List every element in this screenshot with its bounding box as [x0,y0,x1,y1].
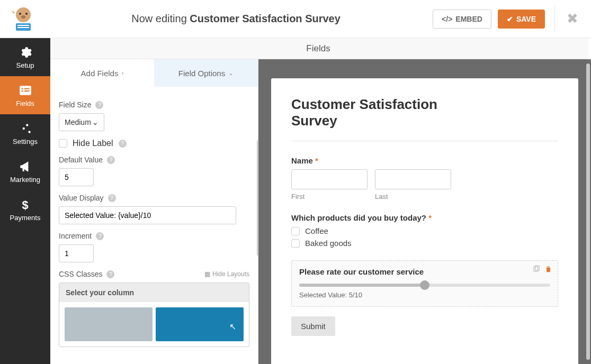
divider [291,141,558,141]
column-option-1[interactable] [65,307,153,341]
svg-point-13 [22,127,24,129]
svg-point-2 [25,13,28,15]
svg-rect-8 [21,88,23,89]
svg-point-0 [16,7,31,22]
sliders-icon [19,122,32,135]
help-icon[interactable]: ? [96,232,104,240]
duplicate-icon[interactable] [532,265,540,273]
form-icon [19,84,32,97]
side-nav: Setup Fields Settings Marketing $ Paymen… [0,38,50,364]
increment-label: Increment? [59,232,249,240]
product-coffee-checkbox[interactable] [291,227,300,235]
grid-icon: ▦ [204,270,210,278]
embed-button[interactable]: </> EMBED [433,10,491,29]
help-icon[interactable]: ? [106,270,114,278]
nav-marketing[interactable]: Marketing [0,152,50,190]
close-icon[interactable]: ✖ [565,11,580,27]
megaphone-icon [19,160,32,174]
product-baked-checkbox[interactable] [291,239,300,248]
divider [554,6,555,32]
svg-point-1 [19,13,21,15]
css-classes-label: CSS Classes? [59,270,114,278]
column-picker: Select your column [59,283,249,347]
svg-rect-10 [21,90,23,92]
help-icon[interactable]: ? [107,156,115,164]
trash-icon[interactable] [544,265,552,273]
chevron-down-icon: ⌄ [92,118,98,126]
gear-icon [19,46,32,59]
app-logo [7,4,39,33]
value-display-input[interactable] [59,206,236,224]
slider-track[interactable] [299,284,550,287]
submit-button[interactable]: Submit [291,316,335,336]
help-icon[interactable]: ? [95,101,103,109]
help-icon[interactable]: ? [108,194,116,202]
nav-payments[interactable]: $ Payments [0,190,50,229]
products-field-label: Which products did you buy today? * [291,213,558,222]
svg-point-3 [21,15,25,19]
nav-fields[interactable]: Fields [0,76,50,114]
fields-section-header: Fields [50,38,586,59]
hide-layouts-toggle[interactable]: ▦Hide Layouts [204,270,249,278]
chevron-right-icon: › [121,69,123,77]
slider-value-text: Selected Value: 5/10 [299,291,550,299]
nav-setup[interactable]: Setup [0,38,50,76]
hide-label-text: Hide Label [73,139,113,148]
name-field-label: Name * [291,156,558,165]
tab-field-options[interactable]: Field Options⌄ [154,59,258,87]
page-title: Now editing Customer Satisfaction Survey [39,13,433,25]
svg-rect-5 [17,25,29,26]
svg-rect-9 [24,88,29,89]
first-sublabel: First [291,193,368,201]
slider-thumb[interactable] [420,280,429,290]
help-icon[interactable]: ? [119,140,127,148]
field-size-select[interactable]: Medium⌄ [59,113,104,131]
increment-input[interactable] [59,244,94,262]
svg-point-12 [26,124,28,126]
right-scrollbar[interactable] [586,63,590,360]
hide-label-checkbox[interactable] [59,139,67,148]
tab-add-fields[interactable]: Add Fields› [50,59,154,87]
column-option-2[interactable] [156,307,244,341]
form-preview: Customer Satisfaction Survey Name * Firs… [271,78,578,364]
last-name-input[interactable] [375,169,451,189]
form-title: Customer Satisfaction Survey [291,96,450,129]
slider-label: Please rate our customer service [299,267,550,276]
column-picker-title: Select your column [59,283,249,302]
chevron-down-icon: ⌄ [228,69,234,77]
slider-field-selected[interactable]: Please rate our customer service Selecte… [291,260,558,307]
value-display-label: Value Display? [59,194,249,202]
scrollbar-thumb[interactable] [257,140,258,256]
default-value-input[interactable] [59,168,94,186]
default-value-label: Default Value? [59,156,249,164]
save-button[interactable]: ✔ SAVE [498,10,545,29]
field-size-label: Field Size? [59,101,249,109]
nav-settings[interactable]: Settings [0,114,50,152]
dollar-icon: $ [19,198,32,212]
last-sublabel: Last [375,193,451,201]
svg-rect-11 [24,90,29,92]
check-icon: ✔ [507,15,513,23]
svg-rect-6 [17,27,29,28]
svg-text:$: $ [22,198,28,211]
first-name-input[interactable] [291,169,368,189]
code-icon: </> [442,15,452,23]
svg-point-14 [28,131,30,133]
